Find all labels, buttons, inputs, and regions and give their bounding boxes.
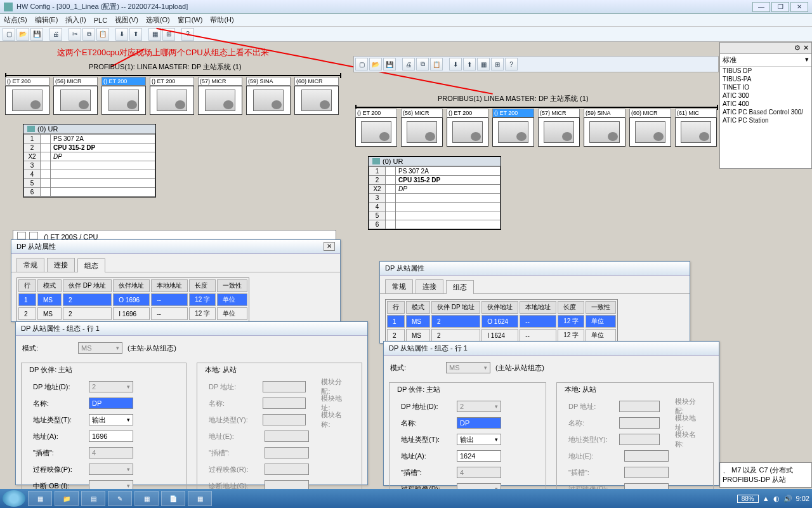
cut-icon[interactable]: ✂ xyxy=(69,28,81,41)
dp-slave-row-dialog-left[interactable]: DP 从站属性 - 组态 - 行 1 模式: MS (主站-从站组态) DP 伙… xyxy=(15,321,368,485)
copy-icon[interactable]: ⧉ xyxy=(82,28,95,41)
tab-config[interactable]: 组态 xyxy=(77,258,105,272)
help-icon[interactable]: ? xyxy=(505,58,518,70)
addr-input[interactable]: 1624 xyxy=(457,450,501,462)
system-tray[interactable]: 88% ▲ ◐ 🔊 9:02 xyxy=(737,495,809,503)
name-input[interactable]: DP xyxy=(457,417,501,429)
task-item[interactable]: ✎ xyxy=(108,491,132,506)
catalog-item[interactable]: ATIC 400 xyxy=(720,100,811,108)
task-item[interactable]: ▦ xyxy=(134,491,159,506)
menu-insert[interactable]: 插入(I) xyxy=(65,15,86,25)
menu-view[interactable]: 视图(V) xyxy=(115,15,138,25)
new-icon[interactable]: ▢ xyxy=(3,28,15,41)
menu-edit[interactable]: 编辑(E) xyxy=(35,15,58,25)
config-grid-left[interactable]: 行模式伙伴 DP 地址伙伴地址本地地址长度一致性1MS2O 1696--12 字… xyxy=(16,277,249,322)
profibus-device[interactable]: () ET 200 xyxy=(150,77,194,115)
paste-icon[interactable]: 📋 xyxy=(96,28,109,41)
tray-icon[interactable]: ▲ xyxy=(763,495,769,502)
catalog-item[interactable]: TIBUS-PA xyxy=(720,75,811,83)
new-icon[interactable]: ▢ xyxy=(355,58,368,70)
mode-select[interactable]: MS xyxy=(78,342,122,354)
profibus-device[interactable]: () ET 200 xyxy=(355,109,397,147)
name-input[interactable]: DP xyxy=(89,398,133,409)
profibus-device[interactable]: (57) MICR xyxy=(198,77,242,115)
tab-config[interactable]: 组态 xyxy=(446,280,474,294)
rack-left[interactable]: (0) UR 1PS 307 2A2CPU 315-2 DPX2DP3456 xyxy=(23,124,156,197)
windows-taskbar[interactable]: ▦ 📁 ▤ ✎ ▦ 📄 ▦ 88% ▲ ◐ 🔊 9:02 xyxy=(0,489,812,508)
bus-line-left xyxy=(5,75,341,76)
catalog-icon[interactable]: ▦ xyxy=(477,58,490,70)
tray-icon[interactable]: ◐ xyxy=(773,495,780,503)
paste-icon[interactable]: 📋 xyxy=(430,58,443,70)
menu-window[interactable]: 窗口(W) xyxy=(178,15,203,25)
rack-right[interactable]: (0) UR 1PS 307 2A2CPU 315-2 DPX2DP3456 xyxy=(368,156,501,230)
catalog-item[interactable]: ATIC PC Station xyxy=(720,116,811,124)
addrtype-select[interactable]: 输出 xyxy=(89,414,133,425)
addr-input[interactable]: 1696 xyxy=(89,431,133,442)
pimg-select[interactable] xyxy=(89,464,133,475)
mode-label: 模式: xyxy=(22,344,73,353)
print-icon[interactable]: 🖨 xyxy=(402,58,415,70)
download-icon[interactable]: ⬇ xyxy=(115,28,128,41)
profibus-device[interactable]: (59) SINA xyxy=(246,77,291,115)
close-button[interactable]: ✕ xyxy=(790,2,808,12)
partner-legend: DP 伙伴: 主站 xyxy=(395,385,443,394)
profibus-device[interactable]: (56) MICR xyxy=(53,77,98,115)
task-item[interactable]: ▤ xyxy=(81,491,105,506)
download-icon[interactable]: ⬇ xyxy=(449,58,462,70)
menu-options[interactable]: 选项(O) xyxy=(146,15,170,25)
profibus-device[interactable]: () ET 200 xyxy=(102,77,146,115)
catalog-item[interactable]: ATIC 300 xyxy=(720,91,811,100)
profibus-device[interactable]: (60) MICR xyxy=(294,77,339,115)
print-icon[interactable]: 🖨 xyxy=(49,28,62,41)
catalog-item[interactable]: TIBUS DP xyxy=(720,67,811,75)
save-icon[interactable]: 💾 xyxy=(383,58,396,70)
dialog-title: DP 从站属性 xyxy=(385,264,424,273)
maximize-button[interactable]: ❐ xyxy=(771,2,789,12)
secondary-toolbar: ▢ 📂 💾 🖨 ⧉ 📋 ⬇ ⬆ ▦ ⊞ ? xyxy=(353,56,719,72)
menu-plc[interactable]: PLC xyxy=(94,17,107,24)
tab-general[interactable]: 常规 xyxy=(385,279,413,293)
tab-connect[interactable]: 连接 xyxy=(416,279,443,293)
dp-slave-row-dialog-right[interactable]: DP 从站属性 - 组态 - 行 1 模式: MS (主站-从站组态) DP 伙… xyxy=(383,341,719,486)
tray-icon[interactable]: 🔊 xyxy=(783,495,792,503)
open-icon[interactable]: 📂 xyxy=(369,58,382,70)
open-icon[interactable]: 📂 xyxy=(16,28,29,41)
addrtype-select[interactable]: 输出 xyxy=(457,434,501,445)
menu-station[interactable]: 站点(S) xyxy=(4,15,27,25)
start-button[interactable] xyxy=(3,490,25,507)
close-icon[interactable]: ✕ xyxy=(324,242,335,251)
menu-help[interactable]: 帮助(H) xyxy=(210,15,233,25)
catalog-item[interactable]: ATIC PC Based Control 300/ xyxy=(720,108,811,116)
tab-general[interactable]: 常规 xyxy=(16,258,44,272)
profibus-device[interactable]: (57) MICR xyxy=(538,109,580,147)
dp-slave-properties-dialog-left[interactable]: DP 从站属性✕ 常规 连接 组态 行模式伙伴 DP 地址伙伴地址本地地址长度一… xyxy=(11,239,341,322)
config-grid-right[interactable]: 行模式伙伴 DP 地址伙伴地址本地地址长度一致性1MS2O 1624--12 字… xyxy=(385,299,618,344)
profibus-device[interactable]: (59) SINA xyxy=(584,109,625,147)
dp-addr-select[interactable]: 2 xyxy=(457,401,501,412)
copy-icon[interactable]: ⧉ xyxy=(416,58,429,70)
tab-connect[interactable]: 连接 xyxy=(47,258,75,272)
upload-icon[interactable]: ⬆ xyxy=(463,58,476,70)
catalog-item[interactable]: TINET IO xyxy=(720,83,811,91)
task-item[interactable]: 📄 xyxy=(161,491,185,506)
save-icon[interactable]: 💾 xyxy=(30,28,43,41)
profibus-device[interactable]: (56) MICR xyxy=(401,109,443,147)
minimize-button[interactable]: — xyxy=(752,2,770,12)
dp-addr-select[interactable]: 2 xyxy=(89,381,133,392)
network-icon[interactable]: ⊞ xyxy=(491,58,504,70)
profibus-device[interactable]: () ET 200 xyxy=(5,77,49,115)
profibus-device[interactable]: () ET 200 xyxy=(447,109,488,147)
upload-icon[interactable]: ⬆ xyxy=(129,28,142,41)
profibus-device[interactable]: (60) MICR xyxy=(629,109,671,147)
profibus-device[interactable]: () ET 200 xyxy=(492,109,534,147)
task-item[interactable]: 📁 xyxy=(55,491,79,506)
profibus-device[interactable]: (61) MIC xyxy=(675,109,717,147)
task-item[interactable]: ▦ xyxy=(188,491,212,506)
dp-slave-properties-dialog-right[interactable]: DP 从站属性 常规 连接 组态 行模式伙伴 DP 地址伙伴地址本地地址长度一致… xyxy=(379,261,690,344)
dialog-title: DP 从站属性 - 组态 - 行 1 xyxy=(21,324,100,333)
addr-label: 地址(A): xyxy=(33,432,84,441)
task-item[interactable]: ▦ xyxy=(28,491,52,506)
hardware-catalog[interactable]: ⚙✕ 标准▾ TIBUS DPTIBUS-PATINET IOATIC 300A… xyxy=(719,42,812,169)
mode-select[interactable]: MS xyxy=(446,362,490,373)
